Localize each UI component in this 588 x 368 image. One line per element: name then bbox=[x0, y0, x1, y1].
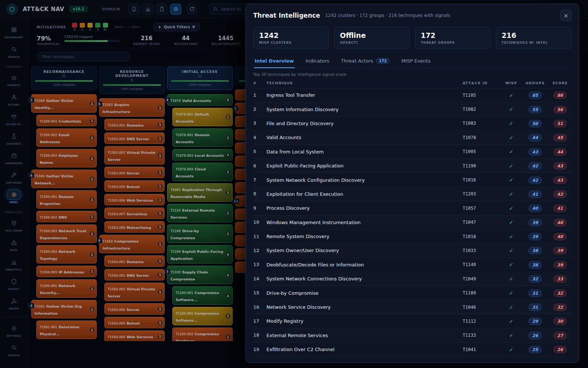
groups-badge: 29 bbox=[528, 318, 542, 325]
row-attack-id: T1203 bbox=[463, 191, 501, 197]
score-badge: 32 bbox=[553, 304, 567, 311]
modal-tabs: Intel Overview Indicators Threat Actors … bbox=[253, 54, 571, 68]
row-attack-id: T1112 bbox=[463, 319, 501, 324]
table-row[interactable]: 17 Modify Registry T1112 ✓ 29 30 bbox=[253, 314, 571, 328]
groups-badge: 26 bbox=[528, 332, 542, 339]
score-badge: 40 bbox=[553, 219, 567, 226]
col-rank: # bbox=[253, 81, 266, 85]
stat-cards: 1242 MISP CLUSTERS Offline OPENCTI 172 T… bbox=[253, 27, 571, 49]
table-caption: Top 20 techniques by intelligence signal… bbox=[253, 72, 571, 77]
score-badge: 43 bbox=[553, 162, 567, 170]
groups-badge: 25 bbox=[528, 346, 542, 353]
misp-check-icon: ✓ bbox=[501, 191, 521, 197]
row-rank: 14 bbox=[253, 276, 266, 282]
col-misp: MISP bbox=[501, 81, 521, 85]
misp-check-icon: ✓ bbox=[501, 177, 521, 183]
row-technique: Ingress Tool Transfer bbox=[266, 92, 463, 98]
table-row[interactable]: 2 System Information Discovery T1082 ✓ 5… bbox=[253, 102, 571, 116]
score-badge: 41 bbox=[553, 205, 567, 212]
app-root: ATT&CK NAV v18.1 DOMAIN bbox=[0, 0, 588, 368]
close-button[interactable]: × bbox=[560, 10, 571, 21]
close-icon: × bbox=[563, 12, 568, 19]
modal-header: Threat Intelligence 1242 clusters · 172 … bbox=[253, 10, 571, 21]
score-badge: 86 bbox=[553, 92, 567, 99]
table-row[interactable]: 12 System Owner/User Discovery T1033 ✓ 3… bbox=[253, 244, 571, 258]
table-row[interactable]: 1 Ingress Tool Transfer T1105 ✓ 85 86 bbox=[253, 88, 571, 102]
misp-check-icon: ✓ bbox=[501, 106, 521, 112]
row-attack-id: T1083 bbox=[463, 121, 501, 126]
table-row[interactable]: 15 Drive-by Compromise T1189 ✓ 31 32 bbox=[253, 286, 571, 300]
score-badge: 42 bbox=[553, 191, 567, 198]
score-badge: 39 bbox=[553, 261, 567, 269]
score-badge: 33 bbox=[553, 275, 567, 283]
technique-table: 1 Ingress Tool Transfer T1105 ✓ 85 86 2 … bbox=[253, 88, 571, 362]
misp-check-icon: ✓ bbox=[501, 219, 521, 225]
score-badge: 44 bbox=[553, 148, 567, 156]
table-row[interactable]: 16 Network Service Discovery T1046 ✓ 31 … bbox=[253, 300, 571, 314]
score-badge: 26 bbox=[553, 346, 567, 353]
misp-check-icon: ✓ bbox=[501, 276, 521, 282]
card-value: Offline bbox=[340, 31, 404, 39]
row-technique: Exploitation for Client Execution bbox=[266, 191, 463, 197]
tab[interactable]: Intel Overview bbox=[254, 54, 295, 68]
tab-label: Intel Overview bbox=[255, 58, 294, 64]
groups-badge: 39 bbox=[528, 219, 542, 226]
misp-check-icon: ✓ bbox=[501, 149, 521, 155]
table-row[interactable]: 18 External Remote Services T1133 ✓ 26 2… bbox=[253, 329, 571, 343]
card-label: OPENCTI bbox=[340, 41, 404, 45]
row-rank: 3 bbox=[253, 121, 266, 126]
score-badge: 40 bbox=[553, 233, 567, 240]
col-attack-id: ATT&CK ID bbox=[463, 81, 501, 85]
groups-badge: 39 bbox=[528, 233, 542, 240]
row-technique: Data from Local System bbox=[266, 149, 463, 155]
table-row[interactable]: 6 Exploit Public-Facing Application T119… bbox=[253, 159, 571, 173]
groups-badge: 42 bbox=[528, 162, 542, 170]
misp-check-icon: ✓ bbox=[501, 318, 521, 324]
groups-badge: 42 bbox=[528, 177, 542, 184]
misp-check-icon: ✓ bbox=[501, 248, 521, 254]
score-badge: 32 bbox=[553, 290, 567, 297]
row-technique: Exfiltration Over C2 Channel bbox=[266, 347, 463, 352]
table-row[interactable]: 11 Remote System Discovery T1018 ✓ 39 40 bbox=[253, 230, 571, 244]
card-label: MISP CLUSTERS bbox=[259, 41, 323, 45]
row-attack-id: T1046 bbox=[463, 305, 501, 310]
row-attack-id: T1033 bbox=[463, 248, 501, 253]
row-attack-id: T1049 bbox=[463, 276, 501, 282]
score-badge: 43 bbox=[553, 177, 567, 184]
table-row[interactable]: 13 Deobfuscate/Decode Files or Informati… bbox=[253, 258, 571, 272]
misp-check-icon: ✓ bbox=[501, 234, 521, 240]
table-row[interactable]: 8 Exploitation for Client Execution T120… bbox=[253, 187, 571, 201]
row-rank: 2 bbox=[253, 107, 266, 112]
groups-badge: 38 bbox=[528, 261, 542, 269]
misp-check-icon: ✓ bbox=[501, 332, 521, 338]
misp-check-icon: ✓ bbox=[501, 120, 521, 126]
row-attack-id: T1016 bbox=[463, 177, 501, 183]
row-technique: Windows Management Instrumentation bbox=[266, 220, 463, 225]
table-row[interactable]: 19 Exfiltration Over C2 Channel T1041 ✓ … bbox=[253, 343, 571, 357]
tab[interactable]: MISP Events bbox=[401, 54, 431, 68]
row-rank: 17 bbox=[253, 319, 266, 324]
groups-badge: 32 bbox=[528, 275, 542, 283]
row-attack-id: T1140 bbox=[463, 262, 501, 267]
table-row[interactable]: 4 Valid Accounts T1078 ✓ 44 45 bbox=[253, 131, 571, 145]
misp-check-icon: ✓ bbox=[501, 205, 521, 211]
table-header: # TECHNIQUE ATT&CK ID MISP GROUPS SCORE bbox=[253, 78, 571, 88]
tab[interactable]: Threat Actors 172 bbox=[340, 54, 390, 68]
groups-badge: 50 bbox=[528, 120, 542, 127]
table-row[interactable]: 3 File and Directory Discovery T1083 ✓ 5… bbox=[253, 117, 571, 131]
table-row[interactable]: 14 System Network Connections Discovery … bbox=[253, 272, 571, 286]
row-technique: Drive-by Compromise bbox=[266, 290, 463, 296]
table-row[interactable]: 7 System Network Configuration Discovery… bbox=[253, 173, 571, 187]
groups-badge: 31 bbox=[528, 304, 542, 311]
tab[interactable]: Indicators bbox=[305, 54, 330, 68]
row-attack-id: T1041 bbox=[463, 347, 501, 352]
table-row[interactable]: 10 Windows Management Instrumentation T1… bbox=[253, 216, 571, 230]
row-technique: Process Discovery bbox=[266, 205, 463, 211]
table-row[interactable]: 5 Data from Local System T1005 ✓ 43 44 bbox=[253, 145, 571, 159]
col-technique: TECHNIQUE bbox=[266, 81, 463, 85]
row-technique: Network Service Discovery bbox=[266, 304, 463, 310]
row-attack-id: T1189 bbox=[463, 290, 501, 296]
table-row[interactable]: 9 Process Discovery T1057 ✓ 40 41 bbox=[253, 201, 571, 215]
row-rank: 7 bbox=[253, 177, 266, 183]
row-rank: 5 bbox=[253, 149, 266, 154]
